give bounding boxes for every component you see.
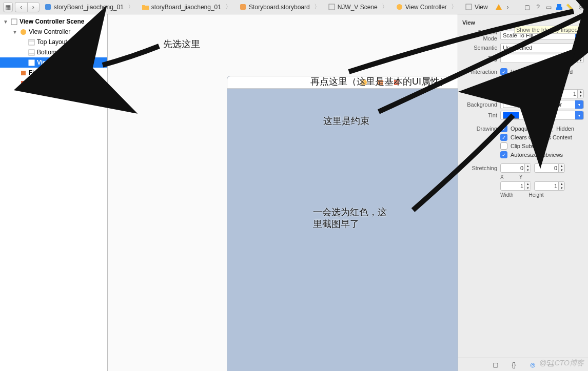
watermark: @51CTO博客 (539, 359, 584, 368)
label-drawing: Drawing (462, 126, 497, 132)
back-button[interactable]: ‹ (15, 2, 27, 12)
label-content-mode: Content Mode (462, 29, 497, 42)
svg-rect-4 (466, 4, 472, 10)
scene-icon (10, 18, 17, 25)
label-background: Background (462, 101, 497, 108)
svg-rect-9 (29, 50, 34, 55)
view-icon (465, 4, 473, 11)
forward-button[interactable]: › (27, 2, 40, 12)
outline-bottom-guide[interactable]: Bottom Layout… (0, 47, 107, 57)
svg-rect-2 (329, 4, 335, 10)
multiple-touch-checkbox[interactable] (500, 77, 507, 84)
tint-select[interactable]: Default▾ (500, 111, 584, 120)
color-swatch (503, 101, 519, 108)
tag-field[interactable]: 0▴▾ (500, 54, 584, 63)
alpha-field[interactable]: 1▴▾ (500, 89, 584, 98)
stepper-icon[interactable]: ▴▾ (558, 164, 564, 172)
outline-vc[interactable]: ▼View Controller (0, 27, 107, 37)
svg-rect-16 (394, 80, 399, 85)
help-inspector-tab[interactable]: ? (534, 2, 542, 13)
scene-dock (227, 76, 458, 89)
breadcrumb-folder[interactable]: storyBoard_jiaocheng_01〉 (139, 3, 234, 11)
svg-point-14 (361, 79, 367, 86)
vc-icon[interactable] (360, 79, 367, 86)
object-library-tab[interactable]: ◎ (527, 359, 538, 370)
breadcrumb-project[interactable]: storyBoard_jiaocheng_01〉 (42, 3, 137, 11)
vc-icon (396, 4, 403, 11)
outline-exit[interactable]: Exit (0, 78, 107, 88)
stepper-icon[interactable]: ▴▾ (558, 182, 564, 190)
breadcrumb-vc[interactable]: View Controller〉 (393, 3, 460, 11)
svg-rect-15 (378, 80, 383, 85)
breadcrumb-storyboard[interactable]: Storyboard.storyboard〉 (237, 3, 323, 11)
stretch-h-field[interactable]: 1▴▾ (534, 181, 565, 191)
size-inspector-tab[interactable]: 📏 (566, 2, 575, 13)
breadcrumb-view[interactable]: View (462, 4, 491, 11)
stepper-icon[interactable]: ▴▾ (577, 54, 583, 63)
attributes-inspector-tab[interactable] (555, 2, 564, 13)
identity-inspector-tab[interactable]: ▭ (544, 2, 553, 13)
outline-scene[interactable]: ▼View Controller Scene (0, 16, 107, 27)
code-snippet-tab[interactable]: {} (508, 359, 520, 370)
svg-rect-11 (29, 60, 34, 66)
stepper-icon[interactable]: ▴▾ (577, 90, 583, 98)
exit-icon (19, 79, 27, 87)
chevron-down-icon: ▾ (575, 100, 583, 109)
hidden-checkbox[interactable] (546, 125, 553, 132)
clears-context-checkbox[interactable]: ✓ (500, 134, 507, 141)
label-alpha: Alpha (462, 91, 497, 97)
outline-view[interactable]: View (0, 57, 107, 68)
view-icon (28, 59, 35, 66)
label-stretching: Stretching (462, 165, 497, 171)
file-template-tab[interactable]: ▢ (490, 359, 501, 370)
svg-rect-5 (11, 19, 17, 25)
outline-top-guide[interactable]: Top Layout Guide (0, 37, 107, 47)
svg-rect-7 (29, 39, 34, 45)
chevron-down-icon: ▾ (575, 111, 583, 119)
breadcrumb-scene[interactable]: NJW_V Scene〉 (325, 3, 391, 11)
semantic-select[interactable]: Unspecified▾ (500, 43, 584, 52)
connections-inspector-tab[interactable]: ⊝ (576, 2, 585, 13)
exit-icon[interactable] (393, 79, 400, 86)
project-icon (45, 4, 52, 11)
svg-point-6 (21, 29, 26, 35)
file-inspector-tab[interactable]: ▢ (523, 2, 532, 13)
warning-icon[interactable] (495, 4, 502, 11)
device-view[interactable] (227, 76, 458, 371)
document-outline: ▼View Controller Scene ▼View Controller … (0, 14, 108, 371)
chevron-right-icon[interactable]: › (504, 2, 512, 12)
opaque-checkbox[interactable]: ✓ (500, 125, 507, 132)
storyboard-icon (240, 4, 247, 11)
label-semantic: Semantic (462, 45, 497, 51)
stretch-w-field[interactable]: 1▴▾ (500, 181, 531, 191)
svg-rect-13 (21, 81, 26, 86)
chevron-down-icon: ▾ (575, 44, 583, 52)
scene-icon (328, 4, 336, 11)
stretch-y-field[interactable]: 0▴▾ (534, 163, 565, 173)
stretch-x-field[interactable]: 0▴▾ (500, 163, 531, 173)
canvas[interactable] (108, 14, 458, 371)
label-tag: Tag (462, 55, 497, 61)
tooltip-identity: Show the Identity inspector (514, 26, 586, 34)
user-interaction-checkbox[interactable]: ✓ (500, 68, 507, 75)
related-items-button[interactable]: ▦ (3, 2, 13, 12)
layout-guide-icon (28, 49, 35, 56)
multiple-touch-label: Multiple Touch (511, 77, 546, 84)
clip-subviews-checkbox[interactable] (500, 142, 507, 150)
folder-icon (142, 4, 149, 11)
autoresize-checkbox[interactable]: ✓ (500, 151, 507, 158)
background-select[interactable]: White Color▾ (500, 100, 584, 109)
color-swatch (503, 112, 519, 119)
first-responder-icon[interactable] (377, 79, 384, 86)
jump-bar: ▦ ‹ › storyBoard_jiaocheng_01〉 storyBoar… (0, 0, 588, 14)
history-nav: ‹ › (15, 2, 40, 12)
layout-guide-icon (28, 38, 35, 46)
inspector-panel: View Show the Identity inspector Content… (458, 14, 588, 371)
svg-rect-12 (21, 71, 26, 75)
svg-rect-1 (240, 4, 246, 10)
stepper-icon[interactable]: ▴▾ (524, 182, 531, 190)
outline-first-responder[interactable]: First Responder (0, 68, 107, 78)
user-interaction-label: User Interaction Enabled (511, 69, 573, 75)
first-responder-icon (19, 69, 27, 76)
stepper-icon[interactable]: ▴▾ (524, 164, 531, 172)
